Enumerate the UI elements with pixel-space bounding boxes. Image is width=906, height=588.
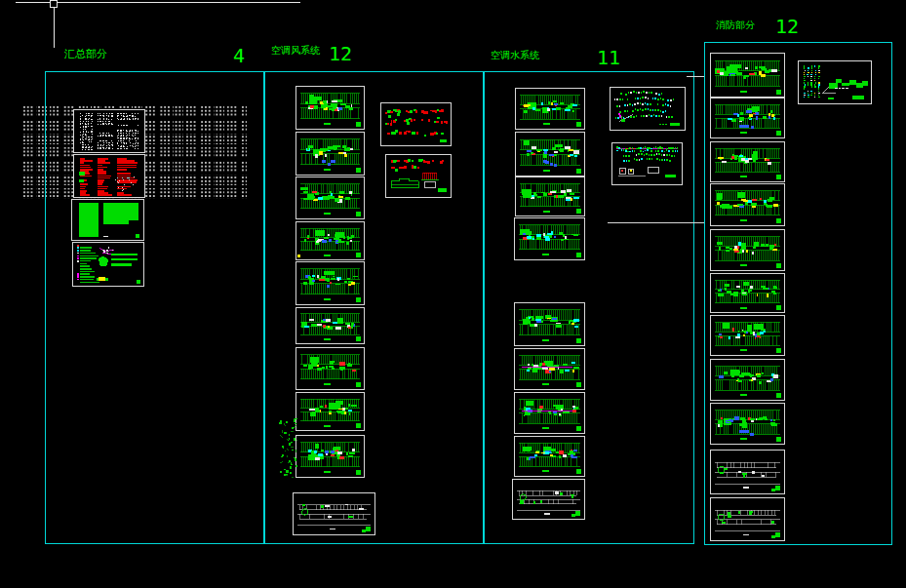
drawing-sheet-hvac-air[interactable] <box>295 176 365 219</box>
drawing-sheet-fire[interactable] <box>710 53 785 98</box>
drawing-sheet-hvac-air[interactable] <box>295 261 365 305</box>
drawing-sheet-summary[interactable] <box>73 109 145 153</box>
drawing-sheet-hvac-water[interactable] <box>611 142 683 185</box>
drawing-sheet-fire[interactable] <box>710 98 785 138</box>
section-count-fire: 12 <box>775 17 799 36</box>
section-count-summary: 4 <box>233 46 245 65</box>
crosshair-pickbox <box>50 0 58 8</box>
drawing-sheet-hvac-air[interactable] <box>295 392 365 431</box>
drawing-sheet-hvac-water[interactable] <box>514 217 585 260</box>
drawing-sheet-hvac-air[interactable] <box>380 102 452 146</box>
drawing-sheet-hvac-water[interactable] <box>514 392 585 434</box>
crosshair-cursor-hline <box>16 2 300 3</box>
section-label-hvac-water: 空调水系统 <box>491 51 539 60</box>
reference-line <box>687 76 704 77</box>
drawing-sheet-hvac-air[interactable] <box>295 347 365 390</box>
drawing-sheet-hvac-air[interactable] <box>385 154 452 198</box>
drawing-sheet-fire[interactable] <box>710 183 785 226</box>
drawing-sheet-hvac-water[interactable] <box>515 176 585 216</box>
drawing-sheet-fire[interactable] <box>710 141 785 182</box>
drawing-sheet-fire[interactable] <box>710 315 785 356</box>
drawing-sheet-hvac-water[interactable] <box>515 88 585 130</box>
drawing-sheet-fire[interactable] <box>798 60 872 104</box>
section-label-summary: 汇总部分 <box>64 49 107 59</box>
drawing-sheet-hvac-air[interactable] <box>293 492 375 535</box>
drawing-sheet-hvac-air[interactable] <box>295 307 365 344</box>
section-count-hvac-air: 12 <box>329 44 352 63</box>
section-label-hvac-air: 空调风系统 <box>271 46 320 56</box>
drawing-sheet-summary[interactable] <box>73 154 145 198</box>
drawing-sheet-hvac-water[interactable] <box>512 479 585 520</box>
drawing-sheet-hvac-water[interactable] <box>514 302 585 346</box>
drawing-sheet-hvac-water[interactable] <box>515 132 585 176</box>
drawing-sheet-hvac-water[interactable] <box>514 348 585 390</box>
section-count-hvac-water: 11 <box>597 48 620 67</box>
drawing-sheet-fire[interactable] <box>710 403 785 445</box>
reference-line <box>608 222 704 223</box>
drawing-sheet-hvac-air[interactable] <box>295 132 365 176</box>
drawing-sheet-fire[interactable] <box>710 450 785 494</box>
cad-model-space[interactable]: 汇总部分 4 空调风系统 12 空调水系统 11 消防部分 12 <box>0 0 906 588</box>
drawing-sheet-fire[interactable] <box>710 497 785 541</box>
drawing-sheet-hvac-air[interactable] <box>295 221 365 260</box>
drawing-sheet-hvac-air[interactable] <box>295 435 365 478</box>
drawing-sheet-hvac-water[interactable] <box>610 87 686 131</box>
drawing-sheet-fire[interactable] <box>710 359 785 401</box>
section-label-fire: 消防部分 <box>716 20 755 30</box>
drawing-sheet-summary[interactable] <box>71 199 144 241</box>
drawing-sheet-fire[interactable] <box>710 229 785 271</box>
drawing-sheet-hvac-air[interactable] <box>295 86 365 130</box>
drawing-sheet-summary[interactable] <box>72 242 144 287</box>
drawing-sheet-fire[interactable] <box>710 273 785 313</box>
drawing-sheet-hvac-water[interactable] <box>514 436 585 477</box>
